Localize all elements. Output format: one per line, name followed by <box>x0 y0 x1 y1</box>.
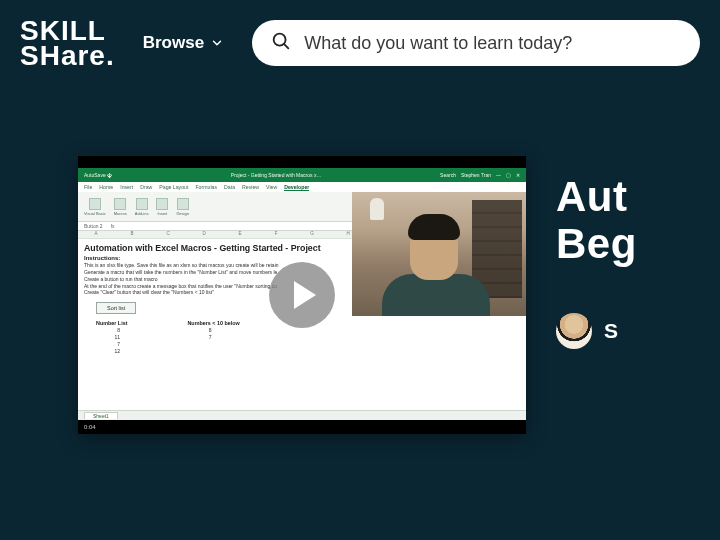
menu-file: File <box>84 184 92 190</box>
video-preview-card[interactable]: AutoSave ⏻ Project - Getting Started wit… <box>78 156 526 434</box>
search-icon <box>270 30 292 56</box>
number-list-heading: Number List <box>96 320 127 326</box>
excel-doc-title: Project - Getting Started with Macros x… <box>231 172 322 178</box>
search-bar[interactable] <box>252 20 700 66</box>
numbers-below-heading: Numbers < 10 below <box>187 320 239 326</box>
excel-search-hint: Search <box>440 172 456 178</box>
sheet-tab-strip: Sheet1 <box>78 410 526 420</box>
menu-review: Review <box>242 184 259 190</box>
list-item: 8 <box>96 327 120 334</box>
menu-data: Data <box>224 184 235 190</box>
browse-label: Browse <box>143 33 204 53</box>
excel-title-bar: AutoSave ⏻ Project - Getting Started wit… <box>78 168 526 182</box>
presenter-webcam <box>352 192 526 316</box>
ribbon-macros-icon <box>114 198 126 210</box>
ribbon-insert-icon <box>156 198 168 210</box>
course-title: Aut Beg <box>556 174 637 266</box>
menu-insert: Insert <box>120 184 133 190</box>
excel-menu-bar: File Home Insert Draw Page Layout Formul… <box>78 182 526 192</box>
ribbon-addins-icon <box>136 198 148 210</box>
sort-list-button: Sort list <box>96 302 136 314</box>
sheet-tab: Sheet1 <box>84 412 118 419</box>
menu-page-layout: Page Layout <box>159 184 188 190</box>
window-max-icon: ▢ <box>506 172 511 178</box>
window-close-icon: ✕ <box>516 172 520 178</box>
avatar <box>556 313 592 349</box>
logo-line-2: SHare <box>20 43 115 68</box>
play-button[interactable] <box>269 262 335 328</box>
menu-developer: Developer <box>284 184 309 191</box>
play-icon <box>294 281 316 309</box>
page-content: AutoSave ⏻ Project - Getting Started wit… <box>0 86 720 434</box>
search-input[interactable] <box>304 33 682 54</box>
name-box: Button 2 <box>84 223 103 229</box>
list-item: 7 <box>187 334 211 341</box>
site-header: SKILL SHare Browse <box>0 0 720 86</box>
ribbon-visual-basic-icon <box>89 198 101 210</box>
course-title-line-1: Aut <box>556 174 637 220</box>
chevron-down-icon <box>210 36 224 50</box>
menu-formulas: Formulas <box>195 184 217 190</box>
list-item: 12 <box>96 348 120 355</box>
author-row[interactable]: S <box>556 313 637 349</box>
browse-menu[interactable]: Browse <box>143 33 224 53</box>
list-item: 11 <box>96 334 120 341</box>
window-min-icon: — <box>496 172 501 178</box>
autosave-toggle-label: AutoSave ⏻ <box>84 172 112 178</box>
menu-home: Home <box>99 184 113 190</box>
course-info-pane: Aut Beg S <box>556 156 637 434</box>
author-name: S <box>604 319 618 343</box>
excel-user: Stephen Tran <box>461 172 491 178</box>
current-time: 0:04 <box>84 424 96 430</box>
course-title-line-2: Beg <box>556 221 637 267</box>
skillshare-logo[interactable]: SKILL SHare <box>20 18 115 68</box>
menu-view: View <box>266 184 277 190</box>
fx-icon: fx <box>111 223 115 229</box>
menu-draw: Draw <box>140 184 152 190</box>
list-item: 7 <box>96 341 120 348</box>
video-progress-bar[interactable]: 0:04 <box>78 420 526 434</box>
list-item: 8 <box>187 327 211 334</box>
ribbon-design-icon <box>177 198 189 210</box>
